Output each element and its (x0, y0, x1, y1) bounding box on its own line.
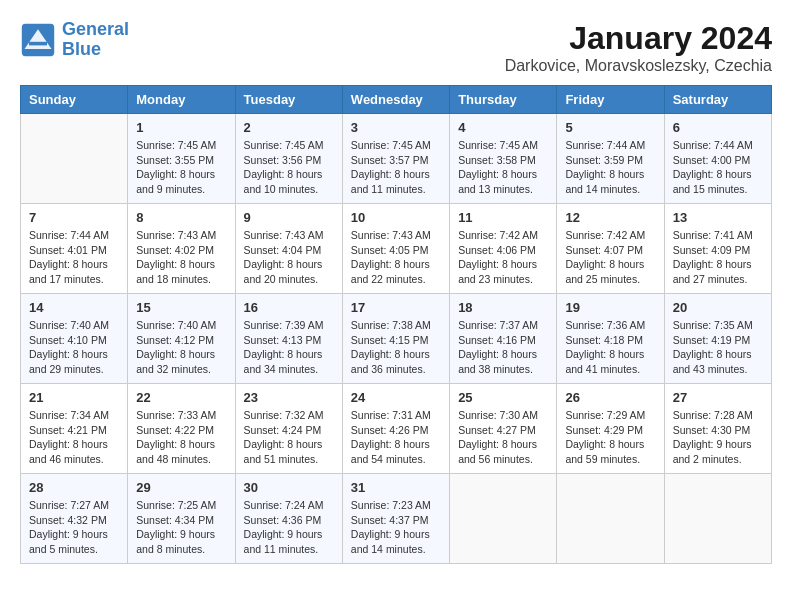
calendar-cell: 30Sunrise: 7:24 AM Sunset: 4:36 PM Dayli… (235, 474, 342, 564)
day-number: 20 (673, 300, 763, 315)
weekday-header-thursday: Thursday (450, 86, 557, 114)
day-number: 16 (244, 300, 334, 315)
calendar-cell: 18Sunrise: 7:37 AM Sunset: 4:16 PM Dayli… (450, 294, 557, 384)
week-row-1: 1Sunrise: 7:45 AM Sunset: 3:55 PM Daylig… (21, 114, 772, 204)
day-info: Sunrise: 7:45 AM Sunset: 3:55 PM Dayligh… (136, 138, 226, 197)
calendar-cell: 10Sunrise: 7:43 AM Sunset: 4:05 PM Dayli… (342, 204, 449, 294)
day-info: Sunrise: 7:29 AM Sunset: 4:29 PM Dayligh… (565, 408, 655, 467)
weekday-header-wednesday: Wednesday (342, 86, 449, 114)
calendar-cell (450, 474, 557, 564)
day-number: 18 (458, 300, 548, 315)
day-number: 15 (136, 300, 226, 315)
day-info: Sunrise: 7:44 AM Sunset: 4:00 PM Dayligh… (673, 138, 763, 197)
calendar-cell: 6Sunrise: 7:44 AM Sunset: 4:00 PM Daylig… (664, 114, 771, 204)
day-number: 27 (673, 390, 763, 405)
day-info: Sunrise: 7:43 AM Sunset: 4:02 PM Dayligh… (136, 228, 226, 287)
day-info: Sunrise: 7:25 AM Sunset: 4:34 PM Dayligh… (136, 498, 226, 557)
day-number: 30 (244, 480, 334, 495)
day-number: 11 (458, 210, 548, 225)
svg-rect-2 (29, 42, 47, 46)
calendar-cell: 19Sunrise: 7:36 AM Sunset: 4:18 PM Dayli… (557, 294, 664, 384)
day-number: 9 (244, 210, 334, 225)
header: General Blue January 2024 Darkovice, Mor… (20, 20, 772, 75)
calendar-cell: 9Sunrise: 7:43 AM Sunset: 4:04 PM Daylig… (235, 204, 342, 294)
day-number: 7 (29, 210, 119, 225)
calendar-cell: 26Sunrise: 7:29 AM Sunset: 4:29 PM Dayli… (557, 384, 664, 474)
day-info: Sunrise: 7:33 AM Sunset: 4:22 PM Dayligh… (136, 408, 226, 467)
day-number: 23 (244, 390, 334, 405)
calendar-cell: 3Sunrise: 7:45 AM Sunset: 3:57 PM Daylig… (342, 114, 449, 204)
logo-line2: Blue (62, 39, 101, 59)
calendar-cell: 2Sunrise: 7:45 AM Sunset: 3:56 PM Daylig… (235, 114, 342, 204)
weekday-header-tuesday: Tuesday (235, 86, 342, 114)
day-info: Sunrise: 7:45 AM Sunset: 3:58 PM Dayligh… (458, 138, 548, 197)
calendar-table: SundayMondayTuesdayWednesdayThursdayFrid… (20, 85, 772, 564)
day-number: 12 (565, 210, 655, 225)
day-number: 28 (29, 480, 119, 495)
day-number: 24 (351, 390, 441, 405)
day-info: Sunrise: 7:24 AM Sunset: 4:36 PM Dayligh… (244, 498, 334, 557)
subtitle: Darkovice, Moravskoslezsky, Czechia (505, 57, 772, 75)
day-number: 19 (565, 300, 655, 315)
day-info: Sunrise: 7:43 AM Sunset: 4:05 PM Dayligh… (351, 228, 441, 287)
day-info: Sunrise: 7:44 AM Sunset: 3:59 PM Dayligh… (565, 138, 655, 197)
calendar-cell: 24Sunrise: 7:31 AM Sunset: 4:26 PM Dayli… (342, 384, 449, 474)
calendar-cell: 4Sunrise: 7:45 AM Sunset: 3:58 PM Daylig… (450, 114, 557, 204)
day-number: 25 (458, 390, 548, 405)
calendar-cell: 5Sunrise: 7:44 AM Sunset: 3:59 PM Daylig… (557, 114, 664, 204)
weekday-header-monday: Monday (128, 86, 235, 114)
day-info: Sunrise: 7:34 AM Sunset: 4:21 PM Dayligh… (29, 408, 119, 467)
title-area: January 2024 Darkovice, Moravskoslezsky,… (505, 20, 772, 75)
calendar-cell: 14Sunrise: 7:40 AM Sunset: 4:10 PM Dayli… (21, 294, 128, 384)
logo-text: General Blue (62, 20, 129, 60)
calendar-cell (557, 474, 664, 564)
calendar-cell: 25Sunrise: 7:30 AM Sunset: 4:27 PM Dayli… (450, 384, 557, 474)
calendar-cell: 7Sunrise: 7:44 AM Sunset: 4:01 PM Daylig… (21, 204, 128, 294)
day-info: Sunrise: 7:42 AM Sunset: 4:07 PM Dayligh… (565, 228, 655, 287)
calendar-cell: 20Sunrise: 7:35 AM Sunset: 4:19 PM Dayli… (664, 294, 771, 384)
day-info: Sunrise: 7:41 AM Sunset: 4:09 PM Dayligh… (673, 228, 763, 287)
day-info: Sunrise: 7:30 AM Sunset: 4:27 PM Dayligh… (458, 408, 548, 467)
day-info: Sunrise: 7:35 AM Sunset: 4:19 PM Dayligh… (673, 318, 763, 377)
calendar-cell: 23Sunrise: 7:32 AM Sunset: 4:24 PM Dayli… (235, 384, 342, 474)
calendar-cell: 13Sunrise: 7:41 AM Sunset: 4:09 PM Dayli… (664, 204, 771, 294)
main-title: January 2024 (505, 20, 772, 57)
day-info: Sunrise: 7:27 AM Sunset: 4:32 PM Dayligh… (29, 498, 119, 557)
day-number: 3 (351, 120, 441, 135)
day-info: Sunrise: 7:28 AM Sunset: 4:30 PM Dayligh… (673, 408, 763, 467)
day-info: Sunrise: 7:40 AM Sunset: 4:10 PM Dayligh… (29, 318, 119, 377)
calendar-cell: 29Sunrise: 7:25 AM Sunset: 4:34 PM Dayli… (128, 474, 235, 564)
calendar-cell: 21Sunrise: 7:34 AM Sunset: 4:21 PM Dayli… (21, 384, 128, 474)
day-number: 21 (29, 390, 119, 405)
logo: General Blue (20, 20, 129, 60)
calendar-cell: 11Sunrise: 7:42 AM Sunset: 4:06 PM Dayli… (450, 204, 557, 294)
day-info: Sunrise: 7:44 AM Sunset: 4:01 PM Dayligh… (29, 228, 119, 287)
calendar-cell: 1Sunrise: 7:45 AM Sunset: 3:55 PM Daylig… (128, 114, 235, 204)
weekday-header-row: SundayMondayTuesdayWednesdayThursdayFrid… (21, 86, 772, 114)
calendar-cell: 28Sunrise: 7:27 AM Sunset: 4:32 PM Dayli… (21, 474, 128, 564)
calendar-cell (664, 474, 771, 564)
calendar-cell: 8Sunrise: 7:43 AM Sunset: 4:02 PM Daylig… (128, 204, 235, 294)
day-number: 5 (565, 120, 655, 135)
day-info: Sunrise: 7:37 AM Sunset: 4:16 PM Dayligh… (458, 318, 548, 377)
day-number: 22 (136, 390, 226, 405)
weekday-header-saturday: Saturday (664, 86, 771, 114)
day-number: 17 (351, 300, 441, 315)
day-number: 2 (244, 120, 334, 135)
weekday-header-friday: Friday (557, 86, 664, 114)
day-info: Sunrise: 7:45 AM Sunset: 3:57 PM Dayligh… (351, 138, 441, 197)
day-info: Sunrise: 7:36 AM Sunset: 4:18 PM Dayligh… (565, 318, 655, 377)
logo-line1: General (62, 19, 129, 39)
day-info: Sunrise: 7:42 AM Sunset: 4:06 PM Dayligh… (458, 228, 548, 287)
day-number: 8 (136, 210, 226, 225)
day-number: 10 (351, 210, 441, 225)
day-number: 6 (673, 120, 763, 135)
day-number: 29 (136, 480, 226, 495)
calendar-cell: 31Sunrise: 7:23 AM Sunset: 4:37 PM Dayli… (342, 474, 449, 564)
day-number: 26 (565, 390, 655, 405)
weekday-header-sunday: Sunday (21, 86, 128, 114)
calendar-cell: 22Sunrise: 7:33 AM Sunset: 4:22 PM Dayli… (128, 384, 235, 474)
day-info: Sunrise: 7:45 AM Sunset: 3:56 PM Dayligh… (244, 138, 334, 197)
day-info: Sunrise: 7:31 AM Sunset: 4:26 PM Dayligh… (351, 408, 441, 467)
calendar-cell: 16Sunrise: 7:39 AM Sunset: 4:13 PM Dayli… (235, 294, 342, 384)
